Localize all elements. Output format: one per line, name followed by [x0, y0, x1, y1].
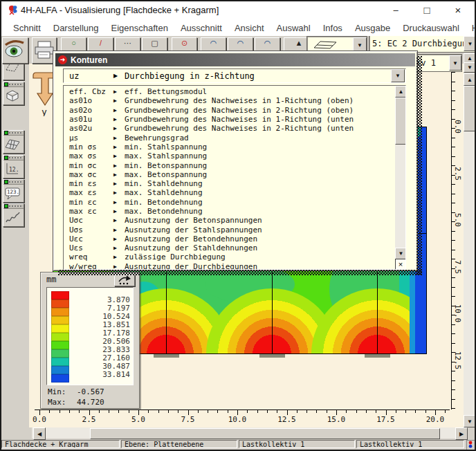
x-tick: [129, 410, 129, 413]
redraw-eye-button[interactable]: [2, 37, 28, 64]
numbers-bubble-button[interactable]: 123.: [3, 179, 24, 203]
slab-icon: [307, 39, 353, 51]
maximize-button[interactable]: □: [416, 0, 437, 19]
menu-item-eigenschaften[interactable]: Eigenschaften: [105, 23, 174, 33]
menu-item-ausschnitt[interactable]: Ausschnitt: [174, 23, 228, 33]
legend-swatch: [51, 308, 69, 316]
legend-options-button[interactable]: [114, 275, 135, 286]
scroll-down-button[interactable]: ▼: [464, 415, 476, 427]
list-item[interactable]: Uσs ▶ Ausnutzung der Stahlspannungen: [64, 225, 394, 234]
list-item[interactable]: Uεs ▶ Ausnutzung der Stahldehnungen: [64, 243, 394, 252]
menu-bar: SchnittDarstellungEigenschaftenAusschnit…: [1, 19, 475, 36]
list-item[interactable]: as02u ▶ Grundbewehrung des Nachweises in…: [64, 124, 394, 133]
hscrollbar-thumb[interactable]: [90, 428, 440, 439]
menu-item-hilfe[interactable]: Hilfe: [466, 23, 476, 33]
support-pad: [365, 354, 390, 358]
scroll-up-button[interactable]: ▲: [464, 73, 476, 86]
menu-item-infos[interactable]: Infos: [317, 23, 349, 33]
mesh-button[interactable]: [3, 130, 24, 154]
dimension-button[interactable]: 12.: [3, 155, 24, 178]
menu-item-auswahl[interactable]: Auswahl: [271, 23, 317, 33]
list-item[interactable]: wreq ▶ zulässige Durchbiegung: [64, 252, 394, 261]
list-item[interactable]: min σs ▶ min. Stahlspannung: [64, 142, 394, 151]
connection-status-icon[interactable]: [466, 440, 476, 450]
box-3d-button[interactable]: [3, 82, 24, 105]
result-type-combo[interactable]: uz ▶ Durchbiegung in z-Richtung ▼: [63, 68, 406, 83]
spring-button[interactable]: [3, 203, 24, 227]
item-code: as02o: [64, 106, 113, 115]
y-tick: [452, 333, 455, 334]
x-tick: [178, 410, 178, 413]
scrollbar-thumb[interactable]: [395, 98, 406, 145]
list-item[interactable]: max εc ▶ max. Betondehnung: [64, 207, 394, 216]
list-item[interactable]: as01u ▶ Grundbewehrung des Nachweises in…: [64, 115, 394, 124]
list-close-button[interactable]: ×: [395, 259, 406, 270]
item-code: max εc: [64, 207, 113, 216]
menu-item-schnitt[interactable]: Schnitt: [7, 23, 47, 33]
result-type-list: eff. Cbz ▶ eff. Bettungsmodulas01o ▶ Gru…: [63, 85, 406, 270]
list-item[interactable]: w/wreq ▶ Ausnutzung der Durchbiegungen: [64, 262, 394, 270]
menu-item-ansicht[interactable]: Ansicht: [228, 23, 271, 33]
mini-window-bar: [3, 131, 24, 136]
list-item[interactable]: min εc ▶ min. Betondehnung: [64, 198, 394, 207]
status-segment: Ebene: Plattenebene: [121, 440, 237, 448]
scroll-up-button[interactable]: ▲: [395, 86, 406, 98]
x-tick: [297, 410, 298, 413]
list-item[interactable]: Uσc ▶ Ausnutzung der Betonspannungen: [64, 216, 394, 225]
item-description: Ausnutzung der Betondehnungen: [125, 234, 394, 243]
x-tick: [79, 410, 80, 413]
menu-item-darstellung[interactable]: Darstellung: [47, 23, 105, 33]
x-tick-label: 20.0: [421, 415, 449, 424]
list-item[interactable]: min εs ▶ min. Stahldehnung: [64, 179, 394, 188]
item-description: zulässige Durchbiegung: [125, 252, 394, 261]
minimize-button[interactable]: –: [385, 0, 406, 19]
legend-swatch: [51, 291, 69, 300]
dialog-title-bar[interactable]: ➜ Konturen: [55, 53, 415, 66]
x-tick-label: 12.5: [273, 415, 301, 424]
legend-swatch: [51, 374, 69, 383]
menu-item-druckauswahl[interactable]: Druckauswahl: [396, 23, 466, 33]
chevron-down-icon[interactable]: ▼: [464, 36, 476, 51]
scroll-right-button[interactable]: ▶: [455, 427, 468, 440]
chevron-down-icon[interactable]: ▼: [391, 69, 405, 82]
item-description: Ausnutzung der Stahlspannungen: [125, 226, 394, 234]
y-tick: [452, 100, 455, 101]
right-triangle-icon: ▶: [113, 144, 125, 150]
x-tick: [99, 410, 100, 413]
scroll-left-button[interactable]: ◀: [33, 427, 46, 440]
y-tick: [452, 156, 455, 157]
list-item[interactable]: max σc ▶ max. Betonspannung: [64, 170, 394, 179]
support-pad: [154, 354, 179, 358]
x-tick: [267, 410, 268, 413]
list-item[interactable]: min σc ▶ min. Betonspannung: [64, 160, 394, 169]
scroll-down-button[interactable]: ▼: [395, 248, 406, 259]
legend-min-label: Min:: [48, 387, 66, 396]
list-item[interactable]: as02o ▶ Grundbewehrung des Nachweises in…: [64, 106, 394, 115]
x-tick-label: 10.0: [223, 415, 251, 424]
vscrollbar-thumb[interactable]: [464, 86, 476, 131]
dialog-scrollbar[interactable]: ▲ ▼ ×: [395, 86, 405, 269]
item-description: max. Betonspannung: [125, 170, 394, 179]
list-item[interactable]: µs ▶ Bewehrungsgrad: [64, 133, 394, 142]
list-item[interactable]: Uεc ▶ Ausnutzung der Betondehnungen: [64, 234, 394, 243]
item-code: max σc: [64, 170, 113, 179]
list-item[interactable]: max σs ▶ max. Stahlspannung: [64, 151, 394, 160]
eye-icon: [3, 38, 28, 62]
right-triangle-icon: ▶: [113, 107, 125, 113]
item-code: Uσc: [64, 216, 113, 225]
status-bar: Flachdecke + KragarmEbene: PlattenebeneL…: [1, 440, 475, 450]
legend-swatch: [51, 300, 69, 308]
chevron-down-icon[interactable]: ▼: [449, 55, 461, 71]
dots-arrow-icon: [115, 275, 134, 286]
y-tick: [452, 296, 455, 297]
menu-item-ausgabe[interactable]: Ausgabe: [349, 23, 396, 33]
close-button[interactable]: ×: [448, 0, 468, 19]
y-tick-label: 2.5: [454, 160, 462, 187]
list-item[interactable]: eff. Cbz ▶ eff. Bettungsmodul: [64, 87, 394, 96]
list-item[interactable]: max εs ▶ max. Stahldehnung: [64, 188, 394, 197]
legend-min-value: -0.567: [77, 387, 104, 396]
item-description: max. Betondehnung: [125, 207, 394, 216]
item-description: Grundbewehrung des Nachweises in 2-Richt…: [125, 106, 394, 115]
list-item[interactable]: as01o ▶ Grundbewehrung des Nachweises in…: [64, 96, 394, 105]
spin-down-button[interactable]: ▼: [464, 62, 476, 73]
